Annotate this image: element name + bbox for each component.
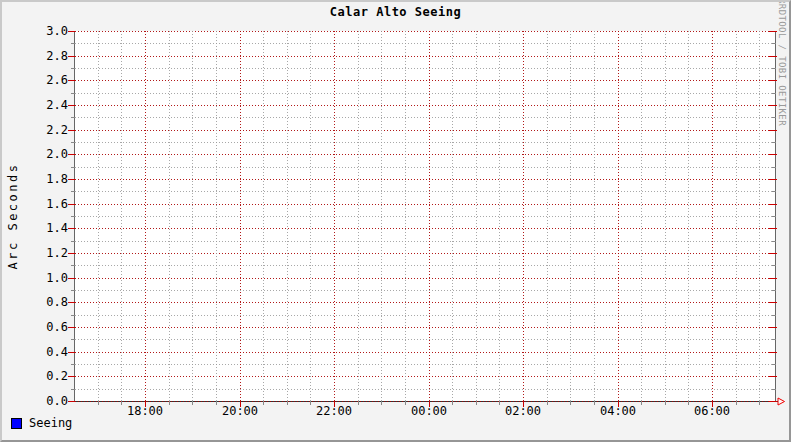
y-tick-label: 0.0: [26, 394, 68, 408]
y-tick-label: 2.0: [26, 147, 68, 161]
x-tick-label: 00:00: [406, 404, 452, 418]
y-tick-label: 0.8: [26, 295, 68, 309]
x-tick-label: 20:00: [217, 404, 263, 418]
legend-label-seeing: Seeing: [29, 416, 72, 430]
x-tick-label: 18:00: [122, 404, 168, 418]
y-tick-label: 2.6: [26, 73, 68, 87]
legend: Seeing: [11, 416, 72, 430]
y-tick-label: 1.0: [26, 271, 68, 285]
y-tick-label: 2.4: [26, 98, 68, 112]
y-tick-label: 1.4: [26, 221, 68, 235]
y-tick-label: 1.8: [26, 172, 68, 186]
y-tick-label: 1.2: [26, 246, 68, 260]
x-tick-label: 04:00: [595, 404, 641, 418]
x-tick-label: 22:00: [311, 404, 357, 418]
y-tick-label: 2.2: [26, 123, 68, 137]
legend-swatch-seeing: [11, 418, 22, 429]
rrdtool-graph: Calar Alto Seeing Arc Seconds RRDTOOL / …: [0, 0, 791, 442]
y-tick-label: 0.2: [26, 369, 68, 383]
plot-area: [0, 0, 791, 442]
y-tick-label: 2.8: [26, 49, 68, 63]
y-tick-label: 0.6: [26, 320, 68, 334]
y-tick-label: 0.4: [26, 345, 68, 359]
y-tick-label: 1.6: [26, 197, 68, 211]
x-tick-label: 06:00: [689, 404, 735, 418]
x-tick-label: 02:00: [500, 404, 546, 418]
y-tick-label: 3.0: [26, 24, 68, 38]
